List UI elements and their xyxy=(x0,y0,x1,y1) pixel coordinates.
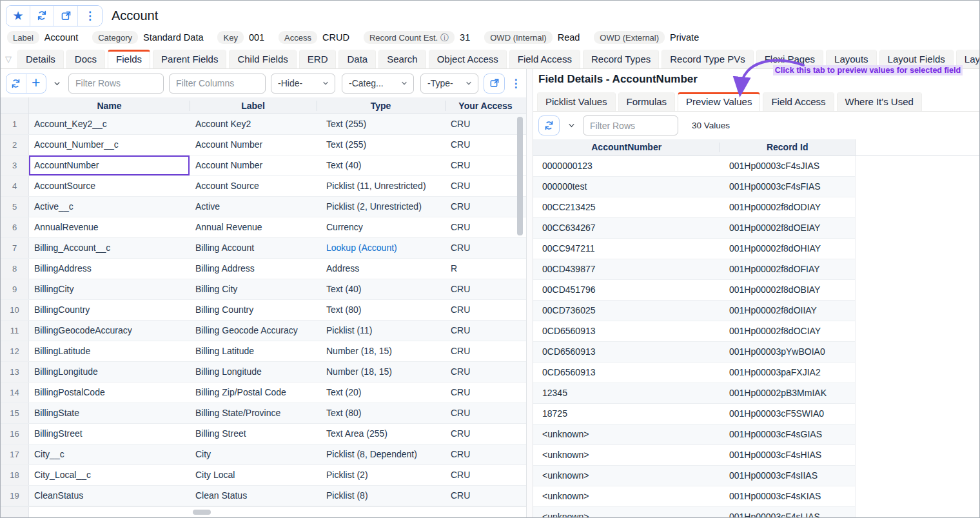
object-tab[interactable]: Child Fields xyxy=(229,50,296,68)
field-details-tab[interactable]: Picklist Values xyxy=(537,92,616,111)
object-tab[interactable]: Layout Assignments xyxy=(956,50,979,68)
column-header[interactable]: Name xyxy=(29,97,190,114)
table-row[interactable]: 12 BillingLatitude Billing Latitude Numb… xyxy=(1,341,526,362)
value-row[interactable]: 00CD439877 001Hp00002f8dOFIAY xyxy=(533,259,856,280)
value-row[interactable]: 0000000123 001Hp00003cF4sJIAS xyxy=(533,156,856,177)
table-row[interactable]: 18 City_Local__c City Local Picklist (2)… xyxy=(1,465,526,486)
cell-field-name[interactable]: BillingGeocodeAccuracy xyxy=(29,321,190,341)
filter-select[interactable]: -Type- xyxy=(420,74,478,94)
object-tab[interactable]: Field Access xyxy=(509,50,580,68)
column-header[interactable]: AccountNumber xyxy=(533,139,720,155)
object-tab[interactable]: Parent Fields xyxy=(153,50,226,68)
horizontal-scrollbar-thumb[interactable] xyxy=(193,510,211,515)
cell-field-name[interactable]: BillingState xyxy=(29,403,190,423)
open-table-button[interactable] xyxy=(484,74,505,94)
filter-columns-input[interactable] xyxy=(169,74,266,94)
field-details-tab[interactable]: Preview Values xyxy=(678,92,760,111)
refresh-values-button[interactable] xyxy=(538,115,560,135)
table-row[interactable]: 7 Billing_Account__c Billing Account Loo… xyxy=(1,238,526,259)
object-tab[interactable]: Record Types xyxy=(583,50,659,68)
collapse-triangle-icon[interactable]: ▽ xyxy=(5,54,12,64)
table-row[interactable]: 6 AnnualRevenue Annual Revenue Currency … xyxy=(1,217,526,238)
object-tab[interactable]: Data xyxy=(338,50,376,68)
table-row[interactable]: 3 AccountNumber Account Number Text (40)… xyxy=(1,155,526,176)
value-row[interactable]: <unknown> 001Hp00003cF4sGIAS xyxy=(533,424,856,445)
filter-options-dropdown[interactable] xyxy=(52,74,63,94)
value-row[interactable]: 00CC213425 001Hp00002f8dODIAY xyxy=(533,197,856,218)
value-row[interactable]: 00CC634267 001Hp00002f8dOEIAY xyxy=(533,218,856,239)
value-row[interactable]: 0CD6560913 001Hp00003pYwBOIA0 xyxy=(533,342,856,363)
table-row[interactable]: 1 Account_Key2__c Account Key2 Text (255… xyxy=(1,114,526,135)
panel-divider[interactable] xyxy=(527,69,533,517)
table-row[interactable]: 19 CleanStatus Clean Status Picklist (8)… xyxy=(1,486,526,506)
cell-field-name[interactable]: BillingLatitude xyxy=(29,341,190,361)
object-tab[interactable]: ERD xyxy=(299,50,337,68)
value-row[interactable]: 000000test 001Hp00003cF4sFIAS xyxy=(533,177,856,197)
field-details-tab[interactable]: Field Access xyxy=(763,92,834,111)
object-tab[interactable]: Object Access xyxy=(429,50,507,68)
cell-field-name[interactable]: CleanStatus xyxy=(29,486,190,506)
value-row[interactable]: 12345 001Hp00002pB3MmIAK xyxy=(533,383,856,404)
object-tab[interactable]: Flexi Pages xyxy=(756,50,823,68)
object-tab[interactable]: Docs xyxy=(66,50,105,68)
value-row[interactable]: 0CD6560913 001Hp00003paFXJIA2 xyxy=(533,363,856,383)
table-row[interactable]: 14 BillingPostalCode Billing Zip/Postal … xyxy=(1,383,526,403)
field-details-tab[interactable]: Formulas xyxy=(618,92,676,111)
table-row[interactable]: 15 BillingState Billing State/Province T… xyxy=(1,403,526,424)
filter-select[interactable]: -Hide- xyxy=(271,74,335,94)
refresh-button[interactable] xyxy=(30,6,54,26)
filter-select[interactable]: -Categ... xyxy=(342,74,414,94)
column-header[interactable]: Your Access xyxy=(445,97,526,114)
value-row[interactable]: 18725 001Hp00003cF5SWIA0 xyxy=(533,404,856,424)
object-tab[interactable]: Layouts xyxy=(826,50,877,68)
value-row[interactable]: 00CD451796 001Hp00002f8dOBIAY xyxy=(533,280,856,301)
filter-values-input[interactable] xyxy=(583,115,678,135)
cell-field-name[interactable]: Active__c xyxy=(29,197,190,217)
cell-field-name[interactable]: Account_Number__c xyxy=(29,135,190,155)
table-more-button[interactable]: ⋮ xyxy=(509,74,522,94)
values-options-dropdown[interactable] xyxy=(564,115,578,135)
open-in-new-button[interactable] xyxy=(54,6,78,26)
filter-rows-input[interactable] xyxy=(68,74,164,94)
value-row[interactable]: <unknown> 001Hp00003cF4sHIAS xyxy=(533,445,856,466)
refresh-table-button[interactable] xyxy=(6,74,26,93)
cell-field-name[interactable]: BillingStreet xyxy=(29,424,190,444)
column-header[interactable]: Record Id xyxy=(720,139,855,155)
table-row[interactable]: 9 BillingCity Billing City Text (40) CRU xyxy=(1,279,526,300)
object-tab[interactable]: Search xyxy=(378,50,426,68)
cell-field-name[interactable]: BillingCity xyxy=(29,279,190,299)
table-row[interactable]: 16 BillingStreet Billing Street Text Are… xyxy=(1,424,526,444)
value-row[interactable]: <unknown> 001Hp00003cF4sIIAS xyxy=(533,466,856,486)
cell-field-name[interactable]: BillingAddress xyxy=(29,259,190,279)
cell-field-name[interactable]: BillingCountry xyxy=(29,300,190,320)
cell-field-name[interactable]: City__c xyxy=(29,444,190,464)
object-tab[interactable]: Fields xyxy=(108,50,150,68)
favorite-star-button[interactable]: ★ xyxy=(6,6,30,26)
field-details-tab[interactable]: Where It's Used xyxy=(837,92,922,111)
cell-field-name[interactable]: AccountSource xyxy=(29,176,190,196)
more-actions-button[interactable]: ⋮ xyxy=(78,6,102,26)
info-icon[interactable]: ⓘ xyxy=(440,34,449,42)
value-row[interactable]: <unknown> 001Hp00003cF4sLIAS xyxy=(533,507,856,517)
cell-field-name[interactable]: BillingLongitude xyxy=(29,362,190,382)
vertical-scrollbar-thumb[interactable] xyxy=(517,117,523,235)
cell-field-name[interactable]: AnnualRevenue xyxy=(29,217,190,237)
object-tab[interactable]: Record Type PVs xyxy=(662,50,753,68)
value-row[interactable]: <unknown> 001Hp00003cF4sKIAS xyxy=(533,486,856,507)
cell-field-name[interactable]: BillingPostalCode xyxy=(29,383,190,403)
table-row[interactable]: 11 BillingGeocodeAccuracy Billing Geocod… xyxy=(1,321,526,341)
cell-field-name[interactable]: Billing_Account__c xyxy=(29,238,190,258)
value-row[interactable]: 0CD6560913 001Hp00002f8dOCIAY xyxy=(533,321,856,342)
table-row[interactable]: 13 BillingLongitude Billing Longitude Nu… xyxy=(1,362,526,383)
table-row[interactable]: 17 City__c City Picklist (8, Dependent) … xyxy=(1,444,526,465)
value-row[interactable]: 00CD736025 001Hp00002f8dOIIAY xyxy=(533,301,856,321)
column-header[interactable]: Label xyxy=(190,97,317,114)
table-row[interactable]: 8 BillingAddress Billing Address Address… xyxy=(1,259,526,279)
table-row[interactable]: 10 BillingCountry Billing Country Text (… xyxy=(1,300,526,321)
table-row[interactable]: 5 Active__c Active Picklist (2, Unrestri… xyxy=(1,197,526,217)
value-row[interactable]: 00CC947211 001Hp00002f8dOHIAY xyxy=(533,239,856,259)
table-row[interactable]: 4 AccountSource Account Source Picklist … xyxy=(1,176,526,197)
cell-field-name[interactable]: Account_Key2__c xyxy=(29,114,190,134)
table-row[interactable]: 2 Account_Number__c Account Number Text … xyxy=(1,135,526,155)
column-header[interactable]: Type xyxy=(317,97,445,114)
